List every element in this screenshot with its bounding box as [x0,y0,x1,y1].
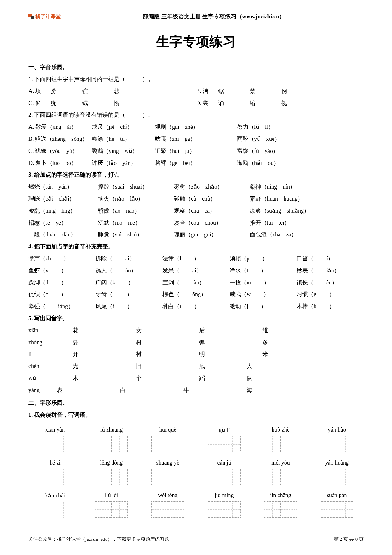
fill-blank[interactable] [183,374,199,380]
fill-blank[interactable] [252,386,268,392]
q5-cell[interactable]: 白 [120,384,183,396]
fill-blank[interactable] [183,339,199,344]
tianzi-cell[interactable] [111,469,128,485]
fill-blank[interactable] [183,327,199,332]
fill-blank[interactable] [57,374,73,380]
fill-blank[interactable] [114,302,127,308]
q4-cell[interactable]: 跺脚（d） [28,277,95,289]
q5-cell[interactable]: 花 [57,325,120,337]
q5-cell[interactable]: 树 [120,348,183,360]
fill-blank[interactable] [180,290,192,296]
tianzi-cell[interactable] [280,436,297,452]
q4-cell[interactable]: 口笛（í） [297,253,364,265]
fill-blank[interactable] [180,279,192,284]
q5-cell[interactable]: 维 [247,325,310,337]
tianzi-cell[interactable] [264,501,280,518]
q4-cell[interactable]: 镇长（èn） [297,277,364,289]
q5-cell[interactable]: 海 [247,384,310,396]
q4-cell[interactable]: 习惯（g） [297,289,364,301]
fill-blank[interactable] [46,302,58,308]
q4-cell[interactable]: 乳白（r） [162,301,230,313]
tianzi-cell[interactable] [224,501,241,518]
tianzi-boxes[interactable] [264,469,297,485]
q5-cell[interactable]: 女 [120,325,183,337]
q4-cell[interactable]: 潭水（t） [230,265,297,277]
fill-blank[interactable] [120,339,136,344]
q5-cell[interactable]: 后 [183,325,247,337]
fill-blank[interactable] [252,374,268,380]
tianzi-boxes[interactable] [208,469,241,485]
fill-blank[interactable] [120,350,136,356]
tianzi-cell[interactable] [168,501,184,518]
tianzi-cell[interactable] [168,436,184,452]
q4-cell[interactable]: 掌声（zh） [28,253,95,265]
fill-blank[interactable] [57,339,73,344]
fill-blank[interactable] [48,267,61,272]
q5-cell[interactable]: 开 [57,348,120,360]
tianzi-boxes[interactable] [321,469,353,485]
fill-blank[interactable] [247,350,262,356]
q4-cell[interactable]: 促织（c） [28,289,95,301]
tianzi-boxes[interactable] [151,469,184,485]
tianzi-cell[interactable] [337,469,353,485]
tianzi-cell[interactable] [280,469,297,485]
fill-blank[interactable] [249,255,262,260]
q5-cell[interactable]: 术 [57,372,120,384]
fill-blank[interactable] [247,339,262,344]
tianzi-cell[interactable] [151,501,168,518]
tianzi-boxes[interactable] [95,501,128,518]
tianzi-cell[interactable] [111,436,128,452]
q5-cell[interactable]: 队 [247,372,310,384]
q4-cell[interactable]: 鱼虾（x） [28,265,95,277]
fill-blank[interactable] [113,290,125,296]
tianzi-cell[interactable] [208,469,224,485]
fill-blank[interactable] [48,279,61,284]
tianzi-cell[interactable] [337,436,353,452]
tianzi-boxes[interactable] [208,436,241,452]
tianzi-boxes[interactable] [151,436,184,452]
tianzi-cell[interactable] [95,436,111,452]
tianzi-cell[interactable] [95,501,111,518]
fill-blank[interactable] [251,290,263,296]
tianzi-cell[interactable] [208,501,224,518]
fill-blank[interactable] [248,302,261,308]
tianzi-boxes[interactable] [264,501,297,518]
tianzi-boxes[interactable] [208,501,241,518]
tianzi-boxes[interactable] [39,469,71,485]
tianzi-boxes[interactable] [95,469,128,485]
fill-blank[interactable] [113,255,125,260]
q5-cell[interactable]: 多 [247,337,310,349]
tianzi-boxes[interactable] [264,436,297,452]
q4-cell[interactable]: 宝剑（iàn） [162,277,230,289]
tianzi-cell[interactable] [224,436,241,452]
q5-cell[interactable]: 个 [120,372,183,384]
tianzi-cell[interactable] [55,469,71,485]
q4-cell[interactable]: 广阔（k） [95,277,162,289]
q4-cell[interactable]: 法律（l） [162,253,230,265]
fill-blank[interactable] [57,350,73,356]
q4-cell[interactable]: 牙齿（ǐ） [95,289,162,301]
fill-blank[interactable] [57,362,73,368]
q4-cell[interactable]: 木棒（b） [297,301,364,313]
q5-cell[interactable]: 蹈 [183,372,247,384]
q5-cell[interactable]: 底 [183,360,247,372]
tianzi-cell[interactable] [151,469,168,485]
tianzi-boxes[interactable] [39,436,71,452]
fill-blank[interactable] [181,302,194,308]
q5-cell[interactable]: 弹 [183,337,247,349]
tianzi-cell[interactable] [111,501,128,518]
tianzi-boxes[interactable] [95,436,128,452]
fill-blank[interactable] [115,279,128,284]
fill-blank[interactable] [120,362,136,368]
q4-cell[interactable]: 诱人（òu） [95,265,162,277]
q5-cell[interactable]: 光 [57,360,120,372]
q5-cell[interactable]: 表 [57,384,120,396]
tianzi-cell[interactable] [337,501,353,518]
fill-blank[interactable] [180,267,192,272]
tianzi-cell[interactable] [264,436,280,452]
fill-blank[interactable] [316,290,329,296]
q5-cell[interactable]: 米 [247,348,310,360]
fill-blank[interactable] [120,374,136,380]
fill-blank[interactable] [189,386,205,392]
q4-cell[interactable]: 拆除（āi） [95,253,162,265]
